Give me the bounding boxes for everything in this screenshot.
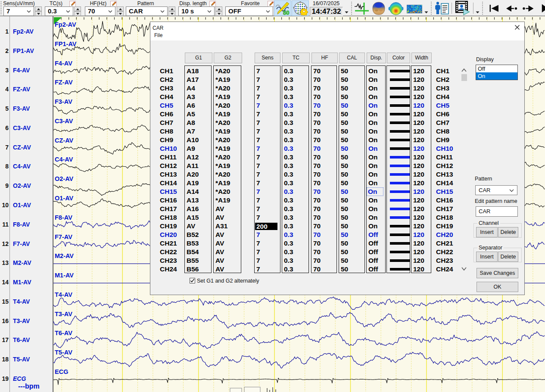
svg-text:M2-AV: M2-AV <box>55 252 74 259</box>
svg-text:F7-AV: F7-AV <box>55 233 72 240</box>
svg-text:50: 50 <box>283 9 289 16</box>
svg-text:C4-AV: C4-AV <box>55 156 73 163</box>
svg-text:C3-AV: C3-AV <box>55 118 73 124</box>
svg-text:M1-AV: M1-AV <box>55 272 74 279</box>
svg-text:T5-AV: T5-AV <box>55 349 72 356</box>
svg-text:Fp2-AV: Fp2-AV <box>55 21 76 28</box>
svg-text:T4-AV: T4-AV <box>55 291 72 298</box>
svg-text:F4-AV: F4-AV <box>55 60 72 67</box>
svg-text:FP1-AV: FP1-AV <box>55 40 77 47</box>
svg-text:O2-AV: O2-AV <box>55 175 74 182</box>
svg-text:O1-AV: O1-AV <box>55 195 74 202</box>
svg-text:F3-AV: F3-AV <box>55 98 72 105</box>
svg-text:ECG: ECG <box>55 368 68 375</box>
svg-text:CZ-AV: CZ-AV <box>55 137 74 144</box>
svg-text:T3-AV: T3-AV <box>55 311 72 317</box>
svg-text:FZ-AV: FZ-AV <box>55 79 73 86</box>
svg-text:F8-AV: F8-AV <box>55 214 72 221</box>
svg-text:T6-AV: T6-AV <box>55 330 72 336</box>
